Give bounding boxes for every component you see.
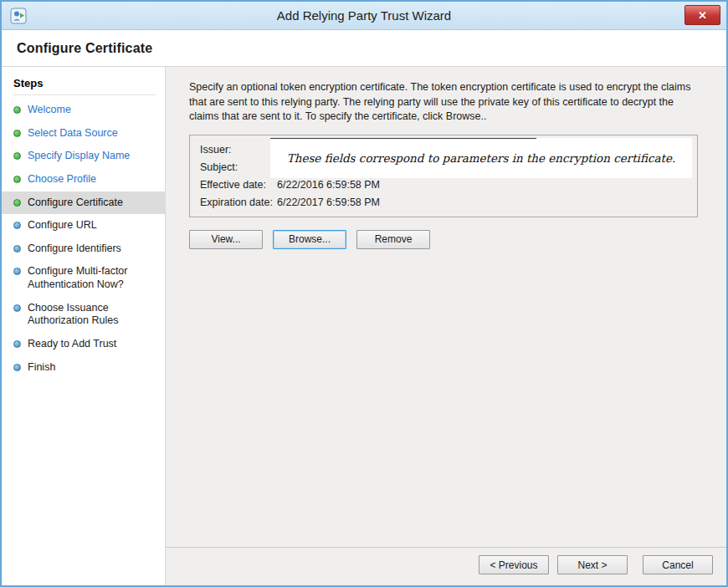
window-title: Add Relying Party Trust Wizard: [2, 8, 726, 23]
annotation-overlay: These fields correspond to parameters in…: [270, 138, 692, 178]
main-panel: Specify an optional token encryption cer…: [166, 67, 726, 585]
sidebar-item-welcome: Welcome: [2, 99, 165, 122]
step-upcoming-dot-icon: [13, 268, 21, 275]
sidebar-item-configure-certificate: Configure Certificate: [2, 191, 165, 215]
sidebar-item-configure-mfa: Configure Multi-factor Authentication No…: [2, 260, 165, 296]
cancel-button[interactable]: Cancel: [643, 555, 713, 574]
step-upcoming-dot-icon: [13, 304, 21, 312]
view-button[interactable]: View...: [189, 230, 263, 249]
page-header: Configure Certificate: [2, 30, 726, 67]
browse-button[interactable]: Browse...: [273, 230, 346, 249]
sidebar-item-choose-issuance-rules: Choose Issuance Authorization Rules: [2, 297, 165, 333]
step-done-dot-icon: [13, 130, 21, 137]
step-upcoming-dot-icon: [13, 222, 21, 229]
step-upcoming-dot-icon: [13, 364, 21, 371]
cert-field-expiration-date: Expiration date: 6/22/2017 6:59:58 PM: [200, 197, 687, 208]
steps-list: Welcome Select Data Source Specify Displ…: [2, 99, 165, 379]
page-title: Configure Certificate: [17, 41, 152, 56]
close-button[interactable]: ✕: [684, 5, 720, 25]
certificate-details-box: Issuer: Subject: Effective date: 6/22/20…: [189, 135, 698, 217]
sidebar-item-choose-profile: Choose Profile: [2, 168, 165, 191]
step-done-dot-icon: [13, 106, 21, 114]
remove-button[interactable]: Remove: [356, 230, 430, 249]
step-current-dot-icon: [13, 199, 21, 207]
wizard-window: Add Relying Party Trust Wizard ✕ Configu…: [0, 0, 728, 587]
cert-field-effective-date: Effective date: 6/22/2016 6:59:58 PM: [200, 179, 687, 191]
steps-heading: Steps: [13, 77, 165, 89]
step-done-dot-icon: [13, 176, 21, 183]
steps-divider: [13, 94, 156, 95]
sidebar-item-configure-url: Configure URL: [2, 214, 165, 237]
previous-button[interactable]: < Previous: [479, 555, 549, 574]
step-done-dot-icon: [13, 152, 21, 160]
sidebar-item-specify-display-name: Specify Display Name: [2, 145, 165, 168]
sidebar-item-configure-identifiers: Configure Identifiers: [2, 237, 165, 261]
wizard-app-icon: [10, 8, 27, 24]
title-bar[interactable]: Add Relying Party Trust Wizard ✕: [2, 2, 726, 30]
sidebar-item-ready-to-add-trust: Ready to Add Trust: [2, 333, 165, 356]
sidebar-item-finish: Finish: [2, 356, 165, 380]
wizard-navigation-bar: < Previous Next > Cancel: [166, 547, 726, 585]
certificate-action-buttons: View... Browse... Remove: [189, 230, 698, 249]
steps-sidebar: Steps Welcome Select Data Source Specify…: [2, 67, 166, 585]
sidebar-item-select-data-source: Select Data Source: [2, 122, 165, 145]
step-upcoming-dot-icon: [13, 340, 21, 348]
next-button[interactable]: Next >: [557, 555, 628, 574]
step-upcoming-dot-icon: [13, 245, 21, 253]
content-area: Specify an optional token encryption cer…: [166, 67, 726, 547]
instruction-text: Specify an optional token encryption cer…: [189, 80, 698, 125]
